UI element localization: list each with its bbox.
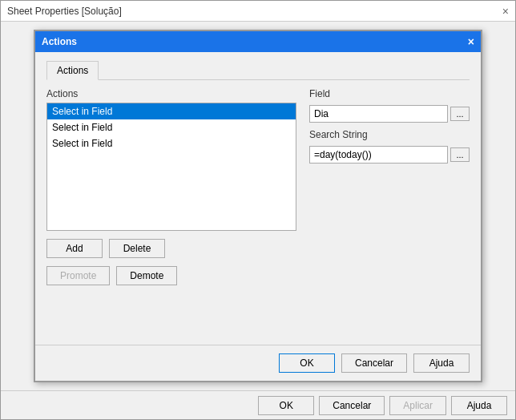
- field-group: Field ... Search String: [309, 88, 470, 164]
- cancel-button[interactable]: Cancelar: [341, 353, 407, 373]
- help-button[interactable]: Ajuda: [413, 353, 470, 373]
- search-row: Search String ...: [309, 129, 470, 164]
- actions-list[interactable]: Select in Field Select in Field Select i…: [46, 103, 296, 231]
- outer-bottom-bar: OK Cancelar Aplicar Ajuda: [1, 390, 515, 419]
- delete-button[interactable]: Delete: [109, 239, 165, 258]
- content-area: Actions Select in Field Select in Field …: [46, 88, 470, 337]
- action-buttons-row: Add Delete: [46, 239, 296, 258]
- field-input-row: ...: [309, 105, 470, 123]
- left-panel: Actions Select in Field Select in Field …: [46, 88, 296, 337]
- add-button[interactable]: Add: [46, 239, 103, 258]
- tab-strip: Actions: [46, 60, 470, 80]
- dialog-titlebar: Actions ×: [35, 31, 481, 52]
- outer-ok-button[interactable]: OK: [258, 396, 314, 415]
- field-input[interactable]: [309, 105, 448, 123]
- outer-window: Sheet Properties [Solução] × Actions × A…: [0, 0, 516, 420]
- outer-help-button[interactable]: Ajuda: [451, 396, 507, 415]
- ok-button[interactable]: OK: [279, 353, 335, 373]
- search-input-row: ...: [309, 146, 470, 164]
- actions-label: Actions: [46, 88, 296, 99]
- tab-actions[interactable]: Actions: [46, 61, 99, 80]
- outer-title: Sheet Properties [Solução]: [7, 6, 122, 17]
- dialog-close-button[interactable]: ×: [468, 36, 474, 47]
- promote-button[interactable]: Promote: [46, 266, 110, 285]
- outer-cancel-button[interactable]: Cancelar: [319, 396, 385, 415]
- outer-content: Actions × Actions Actions S: [1, 22, 515, 390]
- right-panel: Field ... Search String: [309, 88, 470, 337]
- list-item[interactable]: Select in Field: [47, 135, 296, 151]
- dialog-footer: OK Cancelar Ajuda: [35, 345, 481, 381]
- outer-close-button[interactable]: ×: [502, 5, 509, 18]
- outer-titlebar: Sheet Properties [Solução] ×: [1, 1, 515, 22]
- actions-dialog: Actions × Actions Actions S: [34, 30, 482, 382]
- outer-apply-button[interactable]: Aplicar: [389, 396, 446, 415]
- dialog-title: Actions: [42, 36, 77, 47]
- search-input[interactable]: [309, 146, 448, 164]
- search-dots-button[interactable]: ...: [450, 147, 470, 162]
- demote-button[interactable]: Demote: [116, 266, 177, 285]
- promote-demote-row: Promote Demote: [46, 266, 296, 285]
- list-item[interactable]: Select in Field: [47, 119, 296, 135]
- field-dots-button[interactable]: ...: [450, 107, 470, 121]
- field-label: Field: [309, 88, 470, 99]
- list-item[interactable]: Select in Field: [47, 103, 296, 119]
- dialog-body: Actions Actions Select in Field Select i…: [35, 52, 481, 345]
- search-label: Search String: [309, 129, 470, 140]
- field-row: Field ...: [309, 88, 470, 123]
